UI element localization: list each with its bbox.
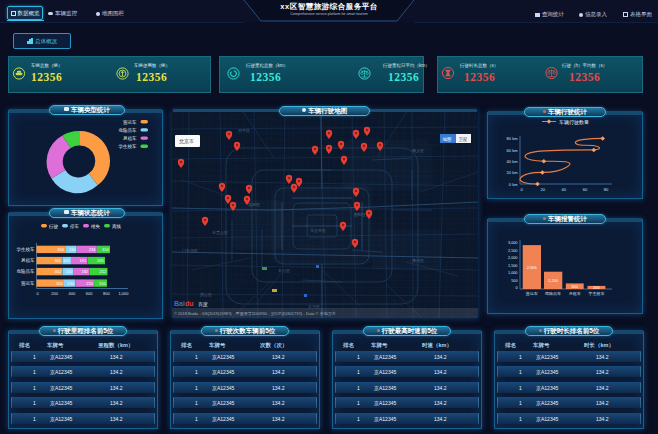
svg-text:1,000: 1,000 (118, 291, 129, 296)
svg-text:学生校车: 学生校车 (588, 291, 604, 296)
svg-text:2,906: 2,906 (527, 265, 538, 270)
svg-text:学生校车: 学生校车 (17, 247, 36, 252)
svg-text:205: 205 (97, 258, 104, 263)
svg-text:0: 0 (515, 286, 517, 290)
svg-text:月租车: 月租车 (21, 258, 35, 263)
svg-text:月租车: 月租车 (569, 291, 581, 296)
svg-text:1,200: 1,200 (548, 278, 559, 283)
svg-text:石景山区: 石景山区 (212, 230, 228, 235)
svg-text:0: 0 (36, 291, 39, 296)
svg-text:危险品车: 危险品车 (119, 127, 138, 133)
svg-text:182: 182 (81, 269, 88, 274)
svg-text:门头沟区: 门头沟区 (182, 248, 198, 253)
svg-text:334: 334 (57, 247, 64, 252)
svg-text:卫星: 卫星 (458, 136, 469, 142)
svg-text:3,000: 3,000 (508, 241, 518, 245)
svg-text:20 km: 20 km (507, 170, 519, 175)
svg-text:北京市区: 北京市区 (310, 228, 326, 233)
svg-text:地图: 地图 (442, 137, 452, 142)
svg-text:154: 154 (102, 247, 109, 252)
svg-text:200: 200 (51, 291, 58, 296)
svg-text:1,000: 1,000 (508, 271, 518, 275)
svg-text:130: 130 (67, 281, 74, 286)
svg-text:134: 134 (69, 247, 76, 252)
svg-text:Baidu: Baidu (174, 300, 193, 307)
svg-text:600: 600 (86, 291, 93, 296)
svg-text:0: 0 (521, 187, 524, 192)
svg-text:营运车: 营运车 (123, 120, 137, 126)
svg-text:通州区: 通州区 (412, 258, 424, 263)
svg-text:40 km: 40 km (507, 159, 519, 164)
svg-text:80: 80 (604, 187, 609, 192)
svg-text:昌平区: 昌平区 (238, 128, 250, 133)
svg-text:400: 400 (69, 291, 76, 296)
svg-text:营运车: 营运车 (21, 281, 35, 287)
svg-text:房山区: 房山区 (200, 292, 212, 297)
svg-text:60: 60 (583, 187, 588, 192)
svg-text:132: 132 (66, 269, 73, 274)
svg-text:1,500: 1,500 (508, 264, 518, 268)
svg-text:维失: 维失 (91, 224, 101, 229)
svg-text:500: 500 (511, 279, 517, 283)
svg-text:220: 220 (86, 281, 93, 286)
svg-text:2,500: 2,500 (508, 249, 518, 253)
svg-text:2,000: 2,000 (508, 256, 518, 260)
svg-text:月租车: 月租车 (123, 136, 137, 141)
svg-text:丰台区: 丰台区 (278, 268, 290, 273)
svg-text:301: 301 (54, 258, 61, 263)
svg-text:800: 800 (103, 291, 110, 296)
svg-text:北京市: 北京市 (179, 138, 194, 145)
svg-text:顺义区: 顺义区 (412, 148, 424, 153)
svg-text:百度: 百度 (198, 301, 208, 308)
svg-text:320: 320 (56, 281, 63, 286)
svg-text:234: 234 (89, 247, 96, 252)
svg-text:朝阳区: 朝阳区 (354, 212, 366, 217)
svg-text:© 2018 Baidu - GS(2019)2098号 -: © 2018 Baidu - GS(2019)2098号 - 甲测资字11009… (174, 311, 336, 316)
svg-text:302: 302 (55, 269, 62, 274)
svg-text:危险品车: 危险品车 (544, 291, 561, 296)
svg-text:20: 20 (541, 187, 546, 192)
svg-text:80 km: 80 km (507, 136, 519, 141)
svg-text:200: 200 (593, 285, 600, 290)
svg-text:车辆行驶数量: 车辆行驶数量 (559, 119, 589, 126)
svg-text:40: 40 (562, 187, 567, 192)
svg-text:300: 300 (571, 284, 578, 289)
svg-text:危险品车: 危险品车 (17, 268, 36, 274)
svg-text:101: 101 (63, 258, 70, 263)
svg-text:150: 150 (99, 281, 106, 286)
svg-text:212: 212 (100, 269, 107, 274)
svg-text:行驶: 行驶 (48, 224, 59, 230)
svg-text:营运车: 营运车 (526, 291, 538, 296)
svg-text:60 km: 60 km (507, 148, 519, 153)
svg-text:学生校车: 学生校车 (119, 144, 138, 149)
svg-text:停车: 停车 (70, 224, 80, 230)
svg-text:191: 191 (80, 258, 87, 263)
svg-text:海淀区: 海淀区 (248, 202, 260, 207)
svg-text:离线: 离线 (112, 224, 122, 229)
svg-text:0 km: 0 km (509, 182, 518, 187)
